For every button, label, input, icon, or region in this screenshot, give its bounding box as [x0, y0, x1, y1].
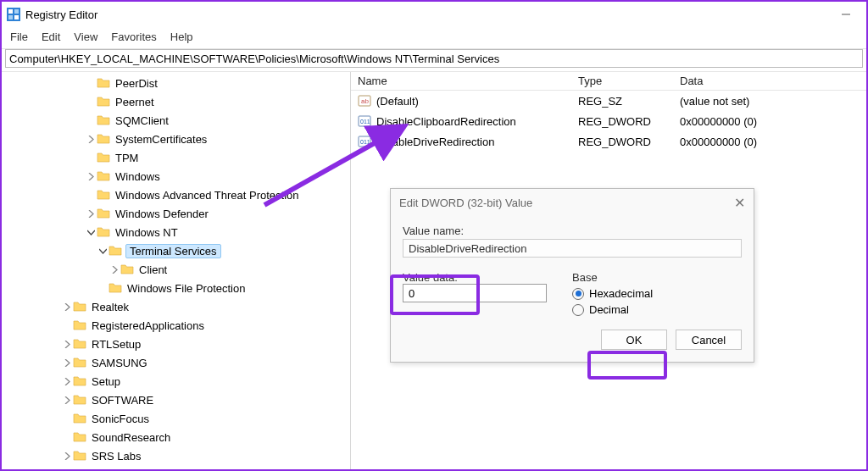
tree-item[interactable]: TPM	[2, 148, 350, 167]
twisty-none	[61, 319, 73, 331]
tree-item[interactable]: RTLSetup	[2, 335, 350, 353]
chevron-right-icon[interactable]	[108, 263, 120, 275]
tree-item[interactable]: Windows Defender	[2, 204, 350, 223]
chevron-right-icon[interactable]	[61, 375, 73, 387]
menu-view[interactable]: View	[69, 29, 106, 45]
tree-item[interactable]: SAMSUNG	[2, 353, 350, 372]
tree-item-label: SRS Labs	[90, 450, 143, 463]
twisty-none	[85, 77, 97, 89]
value-data: 0x00000000 (0)	[673, 115, 866, 128]
tree-item[interactable]: Synaptics	[2, 465, 350, 469]
tree-item[interactable]: Windows NT	[2, 223, 350, 241]
menu-help[interactable]: Help	[165, 29, 202, 45]
tree-item[interactable]: Setup	[2, 372, 350, 391]
menu-favorites[interactable]: Favorites	[106, 29, 164, 45]
base-label: Base	[572, 271, 742, 284]
radio-dec[interactable]	[572, 304, 584, 316]
folder-icon	[73, 393, 86, 407]
ok-button[interactable]: OK	[601, 330, 667, 350]
radio-hex-row[interactable]: Hexadecimal	[572, 287, 742, 300]
tree-item-label: Peernet	[114, 96, 156, 108]
tree-item-label: SOFTWARE	[90, 394, 155, 407]
edit-dword-dialog: Edit DWORD (32-bit) Value ✕ Value name: …	[390, 188, 754, 363]
tree-item[interactable]: SoundResearch	[2, 428, 350, 446]
value-name-field: DisableDriveRedirection	[403, 239, 742, 258]
folder-icon	[73, 449, 86, 463]
tree-item[interactable]: SystemCertificates	[2, 130, 350, 148]
tree-item-label: TPM	[114, 152, 140, 164]
twisty-none	[85, 152, 97, 163]
tree-item-label: Windows Advanced Threat Protection	[114, 189, 301, 202]
value-row[interactable]: ab(Default)REG_SZ(value not set)	[351, 91, 866, 111]
twisty-none	[85, 96, 97, 108]
tree-item[interactable]: SOFTWARE	[2, 391, 350, 409]
menu-edit[interactable]: Edit	[36, 29, 69, 45]
tree-panel[interactable]: PeerDistPeernetSQMClientSystemCertificat…	[2, 72, 351, 469]
chevron-right-icon[interactable]	[61, 450, 73, 462]
tree-item[interactable]: Windows Advanced Threat Protection	[2, 186, 350, 204]
tree-item-label: PeerDist	[114, 77, 159, 90]
chevron-right-icon[interactable]	[61, 357, 73, 368]
twisty-none	[85, 189, 97, 201]
tree-item[interactable]: PeerDist	[2, 74, 350, 92]
folder-icon	[73, 430, 86, 444]
chevron-down-icon[interactable]	[85, 226, 97, 238]
menu-file[interactable]: File	[5, 29, 36, 45]
tree-item[interactable]: Realtek	[2, 297, 350, 316]
tree-item-label: Windows Defender	[114, 208, 210, 220]
tree-item[interactable]: Client	[2, 260, 350, 279]
folder-icon	[97, 188, 110, 202]
column-type[interactable]: Type	[571, 75, 673, 87]
value-name: DisableDriveRedirection	[376, 136, 494, 148]
folder-icon	[108, 244, 122, 258]
tree-item[interactable]: SQMClient	[2, 111, 350, 130]
twisty-none	[61, 431, 73, 443]
tree-item-label: RTLSetup	[90, 338, 142, 351]
tree-item[interactable]: RegisteredApplications	[2, 316, 350, 335]
cancel-button[interactable]: Cancel	[676, 330, 742, 350]
value-name-label: Value name:	[403, 224, 742, 237]
chevron-right-icon[interactable]	[61, 394, 73, 406]
folder-icon	[97, 169, 110, 183]
close-icon[interactable]: ✕	[734, 195, 745, 211]
tree-item-label: Realtek	[90, 301, 131, 313]
dialog-title: Edit DWORD (32-bit) Value	[399, 197, 532, 209]
tree-item[interactable]: SRS Labs	[2, 446, 350, 465]
value-row[interactable]: 011DisableDriveRedirectionREG_DWORD0x000…	[351, 131, 866, 152]
twisty-none	[85, 114, 97, 126]
value-row[interactable]: 011DisableClipboardRedirectionREG_DWORD0…	[351, 111, 866, 131]
values-body: ab(Default)REG_SZ(value not set)011Disab…	[351, 91, 866, 152]
svg-text:011: 011	[360, 119, 370, 125]
value-data-input[interactable]	[403, 284, 547, 302]
chevron-right-icon[interactable]	[85, 133, 97, 145]
tree-item-label: Windows NT	[114, 226, 180, 239]
tree-item[interactable]: Peernet	[2, 92, 350, 111]
folder-icon	[97, 132, 110, 146]
column-name[interactable]: Name	[351, 75, 571, 87]
folder-icon	[97, 207, 110, 220]
dialog-titlebar: Edit DWORD (32-bit) Value ✕	[391, 189, 754, 216]
radio-hex[interactable]	[572, 288, 584, 300]
column-data[interactable]: Data	[673, 75, 866, 87]
minimize-button[interactable]	[831, 5, 861, 24]
chevron-right-icon[interactable]	[85, 208, 97, 219]
radio-hex-label: Hexadecimal	[589, 287, 653, 300]
chevron-down-icon[interactable]	[97, 245, 108, 257]
tree-item[interactable]: Windows	[2, 167, 350, 186]
tree-item-label: SonicFocus	[90, 413, 151, 425]
chevron-right-icon[interactable]	[61, 468, 73, 469]
address-input[interactable]	[5, 49, 863, 68]
reg-dword-icon: 011	[358, 114, 371, 128]
folder-icon	[97, 95, 110, 108]
tree-item[interactable]: SonicFocus	[2, 409, 350, 428]
chevron-right-icon[interactable]	[61, 301, 73, 313]
tree-item[interactable]: Terminal Services	[2, 241, 350, 260]
reg-dword-icon: 011	[358, 135, 371, 148]
tree-item[interactable]: Windows File Protection	[2, 279, 350, 297]
registry-editor-window: Registry Editor File Edit View Favorites…	[0, 0, 868, 471]
chevron-right-icon[interactable]	[85, 170, 97, 182]
radio-dec-row[interactable]: Decimal	[572, 303, 742, 316]
folder-icon	[73, 356, 86, 369]
tree-item-label: RegisteredApplications	[90, 319, 206, 332]
chevron-right-icon[interactable]	[61, 338, 73, 350]
